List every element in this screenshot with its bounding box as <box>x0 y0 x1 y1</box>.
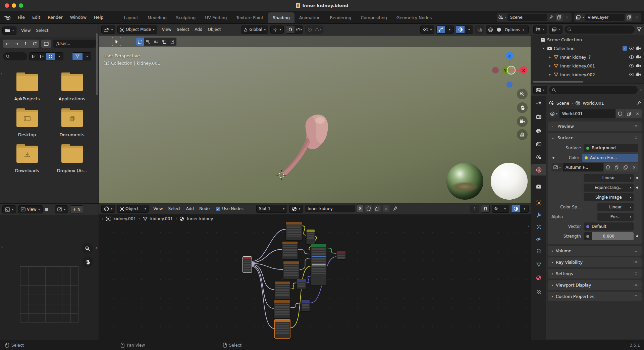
tab-texture-paint[interactable]: Texture Paint <box>231 12 268 23</box>
keyframe-dot[interactable] <box>636 235 638 237</box>
tab-shading[interactable]: Shading <box>268 12 294 23</box>
new-scene-button[interactable] <box>556 14 562 21</box>
shading-wireframe-button[interactable] <box>486 26 495 33</box>
unlink-material-button[interactable]: × <box>383 205 389 212</box>
file-search-input[interactable] <box>3 52 27 60</box>
pivot-point-dropdown[interactable]: ▾ <box>270 26 284 34</box>
properties-tab-collection[interactable] <box>531 181 546 192</box>
node-menu-view[interactable]: View <box>151 206 165 211</box>
camera-toggle-icon[interactable] <box>636 55 641 59</box>
viewport-camera-button[interactable] <box>517 116 528 127</box>
new-folder-button[interactable] <box>41 40 51 48</box>
outliner-row-inner-kidney-001[interactable]: ▸Inner kidney.001 <box>531 61 644 70</box>
magnet-snap-toggle[interactable] <box>286 26 294 33</box>
tab-modeling[interactable]: Modeling <box>143 12 171 23</box>
new-viewlayer-button[interactable] <box>626 14 632 21</box>
strength-slider[interactable]: 0.600 <box>584 232 634 240</box>
pack-image-button[interactable] <box>621 163 630 171</box>
menu-edit[interactable]: Edit <box>29 15 44 20</box>
tab-uv-editing[interactable]: UV Editing <box>200 12 231 23</box>
breadcrumb-item[interactable]: kidney.001 <box>150 216 173 221</box>
world-name-field[interactable]: World.001 <box>559 109 615 118</box>
shader-node-texture[interactable] <box>283 261 300 280</box>
outliner-search-input[interactable] <box>565 26 635 34</box>
display-mode-dropdown[interactable]: ▾ <box>55 53 63 60</box>
editor-type-selector[interactable]: ▾ <box>101 205 115 213</box>
properties-tab-object[interactable] <box>531 197 546 208</box>
back-button[interactable]: ← <box>3 40 12 48</box>
delete-scene-button[interactable]: × <box>564 14 570 21</box>
properties-tab-data[interactable] <box>531 259 546 270</box>
panel-viewport-display[interactable]: ›Viewport Display <box>548 280 642 290</box>
source-dropdown[interactable]: Single Image▾ <box>584 193 634 201</box>
world-icon-dropdown[interactable]: ▾ <box>548 109 559 118</box>
active-tool-select-button[interactable] <box>112 37 121 46</box>
filter-funnel-button[interactable] <box>72 53 83 60</box>
select-box-tool[interactable] <box>136 38 144 46</box>
color-texture-button[interactable]: Autumn For... <box>582 154 638 162</box>
viewport-3d[interactable]: ▾ Object Mode▾ ViewSelectAddObject Globa… <box>99 23 531 203</box>
properties-tab-tool[interactable] <box>531 98 546 109</box>
surface-shader-button[interactable]: Background <box>584 144 638 152</box>
properties-tab-output[interactable] <box>531 125 546 137</box>
shader-type-dropdown[interactable]: Object▾ <box>117 205 149 213</box>
properties-tab-constraints[interactable] <box>531 245 546 257</box>
viewport-grid-button[interactable] <box>517 129 528 140</box>
fake-user-shield-button[interactable] <box>365 205 372 212</box>
eye-toggle-icon[interactable] <box>629 72 634 77</box>
path-field[interactable]: /User... <box>53 40 96 48</box>
panel-drag-handle[interactable] <box>633 295 639 298</box>
delete-viewlayer-button[interactable]: × <box>633 14 640 21</box>
panel-ray-visibility[interactable]: ›Ray Visibility <box>548 257 642 267</box>
breadcrumb-scene[interactable]: Scene <box>556 101 569 106</box>
outliner-scrollbar[interactable] <box>533 81 583 83</box>
folder-item-downloads[interactable]: Downloads <box>7 147 47 173</box>
material-slot-dropdown[interactable]: Slot 1▾ <box>256 205 287 213</box>
gizmo-dropdown[interactable]: ▾ <box>445 26 453 33</box>
pin-icon[interactable] <box>636 101 641 105</box>
shader-node-texture[interactable] <box>274 300 290 318</box>
toolbar-expand-arrow[interactable]: › <box>100 57 102 62</box>
expand-arrow[interactable]: ▸ <box>548 64 552 67</box>
folder-item-documents[interactable]: Documents <box>52 111 92 137</box>
refresh-button[interactable] <box>30 40 39 48</box>
snap-settings-dropdown[interactable]: ▾ <box>294 26 303 33</box>
panel-custom-properties[interactable]: ›Custom Properties <box>548 292 642 301</box>
copy-material-button[interactable] <box>374 205 381 212</box>
mode-dropdown[interactable]: Object Mode▾ <box>117 26 157 34</box>
shader-node-color[interactable] <box>306 229 315 244</box>
scene-name-field[interactable]: Scene <box>507 14 547 21</box>
camera-toggle-icon[interactable] <box>636 72 641 77</box>
outliner-row-scene-collection[interactable]: Scene Collection <box>531 35 644 44</box>
properties-tab-texture[interactable] <box>531 286 546 298</box>
chevron-down-icon[interactable]: ▾ <box>505 16 506 19</box>
zoom-window-button[interactable] <box>19 3 23 8</box>
node-menu-select[interactable]: Select <box>166 206 183 211</box>
viewport-pan-button[interactable] <box>517 102 528 113</box>
image-icon-dropdown[interactable]: ▾ <box>551 163 563 171</box>
overlays-dropdown[interactable]: ▾ <box>465 26 473 33</box>
folder-item-apkprojects[interactable]: ApkProjects <box>7 75 47 101</box>
chevron-down-icon[interactable]: ▾ <box>583 16 584 19</box>
menu-render[interactable]: Render <box>44 15 66 20</box>
panel-collapse-arrow[interactable]: ‹ <box>95 245 97 250</box>
close-window-button[interactable] <box>5 3 9 8</box>
material-icon-dropdown[interactable]: ▾ <box>289 205 303 213</box>
filter-dropdown[interactable]: ▾ <box>83 53 91 60</box>
pin-icon[interactable] <box>393 206 397 211</box>
eye-toggle-icon[interactable] <box>629 46 634 50</box>
visibility-dropdown[interactable]: ▾ <box>420 26 434 34</box>
display-vertical-list-button[interactable] <box>30 53 38 60</box>
image-name-field[interactable]: Autumn F... <box>563 163 603 171</box>
fake-user-shield-button[interactable] <box>615 109 624 118</box>
display-thumbnails-button[interactable] <box>46 53 55 60</box>
editor-type-selector[interactable]: ▾ <box>101 26 115 34</box>
breadcrumb-item[interactable]: Inner kidney <box>187 216 213 221</box>
tab-rendering[interactable]: Rendering <box>325 12 356 23</box>
properties-tab-render[interactable] <box>531 111 546 122</box>
shader-node-vector[interactable] <box>297 279 306 289</box>
tab-sculpting[interactable]: Sculpting <box>171 12 200 23</box>
breadcrumb-world[interactable]: World.001 <box>583 101 604 106</box>
node-overlays-dropdown[interactable]: ▾ <box>520 205 528 212</box>
display-horizontal-list-button[interactable] <box>38 53 46 60</box>
